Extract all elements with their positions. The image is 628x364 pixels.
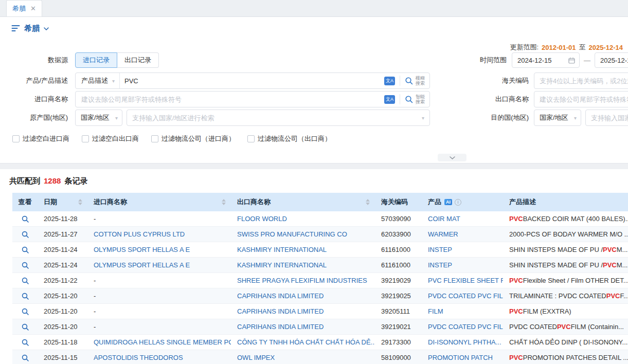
hs-code-input[interactable] [534, 72, 628, 89]
column-header-view: 查看 [12, 193, 38, 211]
tab-close-icon[interactable]: ✕ [30, 5, 36, 12]
destination-type-select[interactable]: 国家/地区 ▾ [534, 110, 581, 126]
row-importer: COTTON PLUS CYPRUS LTD [87, 227, 231, 242]
filter-logistics-importer-checkbox[interactable]: 过滤物流公司（进口商） [151, 134, 235, 143]
importer-input[interactable] [76, 96, 382, 103]
info-icon[interactable]: i [455, 199, 461, 206]
column-header-exporter[interactable]: 出口商名称 [231, 193, 375, 211]
form-row-product: 产品/产品描述 产品描述 ▾ 文A 模糊 搜索 [0, 72, 628, 89]
view-detail-icon[interactable] [22, 246, 29, 253]
row-date: 2025-11-20 [38, 304, 87, 319]
view-detail-icon[interactable] [22, 354, 29, 361]
match-count: 1288 [44, 176, 61, 185]
smart-search-label: 智能 搜索 [416, 94, 425, 104]
product-link[interactable]: INSTEP [428, 246, 452, 253]
importer-link[interactable]: OLYMPUS SPORT HELLAS A E [94, 261, 190, 269]
row-product: PROMOTION PATCH [422, 350, 503, 364]
chevron-down-icon[interactable]: ▾ [422, 115, 424, 121]
exporter-link[interactable]: CÔNG TY TNHH HÓA CHẤT CHẤT HÓA DẺ... [237, 338, 375, 346]
exporter-link[interactable]: OWL IMPEX [237, 354, 275, 361]
row-description: 2000-PCS OF BODAY WARMER M/O ... [503, 227, 628, 242]
origin-label: 原产国(地区) [0, 113, 68, 122]
row-product: WARMER [422, 227, 503, 242]
view-detail-icon[interactable] [22, 339, 29, 346]
row-exporter: OWL IMPEX [231, 350, 375, 364]
product-link[interactable]: DI-ISONONYL PHTHA... [428, 338, 501, 346]
view-detail-icon[interactable] [22, 231, 29, 238]
sort-icon[interactable] [222, 199, 227, 205]
importer-link[interactable]: COTTON PLUS CYPRUS LTD [94, 230, 185, 238]
importer-label: 进口商名称 [0, 95, 68, 104]
importer-link[interactable]: OLYMPUS SPORT HELLAS A E [94, 246, 190, 253]
destination-input[interactable] [585, 110, 628, 126]
row-description: PVC BACKED COIR MAT (400 BALES)... [503, 211, 628, 226]
chevron-down-icon: ▾ [574, 115, 577, 121]
importer-link[interactable]: APOSTOLIDIS THEODOROS [94, 354, 183, 361]
exporter-link[interactable]: CAPRIHANS INDIA LIMITED [237, 307, 324, 315]
table-row: 2025-11-20-CAPRIHANS INDIA LIMITED392051… [12, 304, 628, 319]
importer-empty: - [94, 323, 96, 331]
exporter-link[interactable]: SWISS PRO MANUFACTURING CO [237, 230, 347, 238]
title-chevron-down-icon[interactable] [44, 27, 49, 30]
column-header-importer[interactable]: 进口商名称 [87, 193, 231, 211]
summary-suffix: 条记录 [64, 176, 87, 186]
results-section: 共匹配到 1288 条记录 查看 日期 进口商名称 出口商名称 [0, 169, 628, 364]
view-detail-icon[interactable] [22, 323, 29, 331]
row-importer: OLYMPUS SPORT HELLAS A E [87, 258, 231, 272]
date-end-input[interactable]: 2025-12-14 [595, 52, 628, 68]
view-detail-icon[interactable] [22, 308, 29, 315]
exporter-link[interactable]: CAPRIHANS INDIA LIMITED [237, 292, 324, 300]
translate-icon[interactable]: 文A [384, 95, 395, 104]
view-detail-icon[interactable] [22, 277, 29, 284]
export-records-tab[interactable]: 出口记录 [117, 52, 159, 68]
product-link[interactable]: INSTEP [428, 261, 452, 269]
exporter-link[interactable]: SHREE PRAGYA FLEXIFILM INDUSTRIES [237, 277, 367, 284]
row-exporter: KASHMIRY INTERNATIONAL [231, 242, 375, 257]
product-link[interactable]: PROMOTION PATCH [428, 354, 493, 361]
exporter-input[interactable] [534, 91, 628, 107]
description-text: TRILAMINATE : PVDC COATED [509, 292, 606, 300]
product-field-select[interactable]: 产品描述 ▾ [76, 73, 120, 88]
product-link[interactable]: COIR MAT [428, 215, 460, 223]
sort-icon[interactable] [366, 199, 371, 205]
product-input[interactable] [120, 77, 382, 85]
list-filter-icon[interactable] [11, 25, 20, 32]
translate-icon[interactable]: 文A [384, 77, 395, 85]
view-detail-icon[interactable] [22, 215, 29, 223]
fuzzy-search-button[interactable]: 模糊 搜索 [400, 76, 429, 86]
origin-type-select[interactable]: 国家/地区 ▾ [75, 110, 122, 126]
toolbar: 希腊 [0, 17, 628, 40]
row-exporter: SWISS PRO MANUFACTURING CO [231, 227, 375, 242]
page-title: 希腊 [24, 24, 40, 33]
checkbox-icon [151, 135, 158, 142]
view-detail-icon[interactable] [22, 293, 29, 300]
product-link[interactable]: PVDC COATED PVC FIL... [428, 323, 503, 331]
column-label: 产品描述 [509, 197, 536, 207]
filter-logistics-exporter-checkbox[interactable]: 过滤物流公司（出口商） [247, 134, 331, 143]
product-link[interactable]: FILM [428, 307, 443, 315]
import-records-tab[interactable]: 进口记录 [75, 52, 117, 68]
sort-icon[interactable] [78, 199, 83, 205]
importer-link[interactable]: QUIMIDROGA HELLAS SINGLE MEMBER PC [94, 338, 231, 346]
column-header-date[interactable]: 日期 [38, 193, 87, 211]
exporter-link[interactable]: KASHMIRY INTERNATIONAL [237, 246, 327, 253]
row-date: 2025-11-18 [38, 335, 87, 350]
row-product: COIR MAT [422, 211, 503, 226]
row-description: PVC Flexible Sheet / Film OTHER DET... [503, 273, 628, 288]
product-link[interactable]: WARMER [428, 230, 458, 238]
product-link[interactable]: PVC FLEXIBLE SHEET F... [428, 277, 503, 284]
filter-blank-exporter-checkbox[interactable]: 过滤空白出口商 [82, 134, 139, 143]
exporter-link[interactable]: KASHMIRY INTERNATIONAL [237, 261, 327, 269]
filter-blank-importer-checkbox[interactable]: 过滤空白进口商 [12, 134, 69, 143]
product-link[interactable]: PVDC COATED PVC FIL... [428, 292, 503, 300]
exporter-link[interactable]: FLOOR WORLD [237, 215, 287, 223]
smart-search-button[interactable]: 智能 搜索 [400, 94, 429, 104]
collapse-panel-button[interactable] [438, 154, 466, 161]
view-detail-icon[interactable] [22, 262, 29, 269]
tab-greece[interactable]: 希腊 ✕ [6, 0, 42, 16]
row-hs-code: 39205111 [375, 304, 422, 319]
origin-input[interactable] [132, 114, 422, 122]
date-start-input[interactable]: 2024-12-15 [512, 52, 580, 68]
exporter-label: 出口商名称 [430, 95, 529, 104]
exporter-link[interactable]: CAPRIHANS INDIA LIMITED [237, 323, 324, 331]
